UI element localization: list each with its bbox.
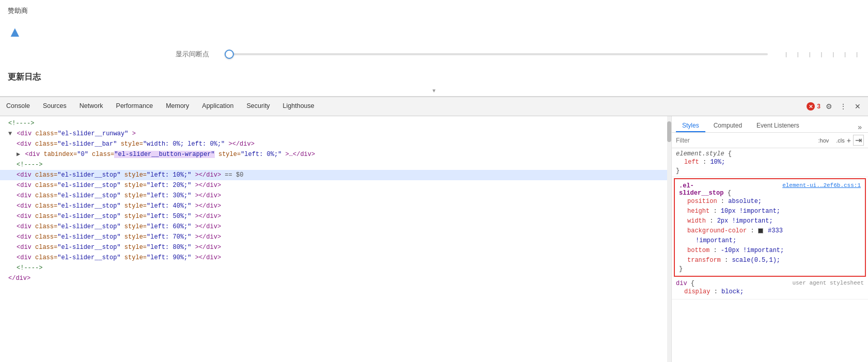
rule-close: } [676, 167, 864, 175]
error-icon: ✕ [807, 102, 815, 111]
tab-lighthouse[interactable]: Lighthouse [277, 97, 321, 116]
prop-background-color-cont: !important; [679, 236, 861, 246]
dom-line-stop-40: <div class="el-slider__stop" style="left… [0, 201, 671, 211]
prop-left: left : 10%; [676, 158, 864, 167]
styles-tabs: Styles Computed Event Listeners » [672, 116, 868, 133]
prop-transform: transform : scale(0.5,1); [679, 256, 861, 265]
dom-line-comment3: <!----> [0, 263, 671, 273]
tab-styles[interactable]: Styles [676, 120, 705, 132]
sponsor-row: ▲ [0, 20, 868, 44]
dom-line-comment1: <!----> [0, 118, 671, 129]
dom-line-stop-20: <div class="el-slider__stop" style="left… [0, 180, 671, 191]
dom-line-stop-80: <div class="el-slider__stop" style="left… [0, 242, 671, 253]
dom-line-stop-10[interactable]: <div class="el-slider__stop" style="left… [0, 170, 671, 180]
color-swatch[interactable] [758, 228, 763, 233]
rule-source-link[interactable]: element-ui.…2ef6b.css:1 [782, 182, 861, 188]
prop-background-color: background-color : #333 [679, 226, 861, 236]
tick7: | [856, 51, 858, 57]
styles-content[interactable]: element.style { left : 10%; } .el- eleme… [672, 148, 868, 362]
dom-panel[interactable]: <!----> ▼ <div class="el-slider__runway"… [0, 116, 672, 362]
element-style-rule: element.style { left : 10%; } [672, 148, 868, 177]
filter-hov-hint[interactable]: :hov [818, 137, 829, 144]
filter-input[interactable] [676, 137, 816, 144]
dropdown-arrow[interactable]: ▼ [0, 85, 868, 96]
filter-toggle-icon[interactable]: ⇥ [853, 135, 864, 146]
tab-event-listeners[interactable]: Event Listeners [750, 120, 806, 132]
collapse-arrow[interactable]: ▼ [8, 130, 12, 137]
tick2: | [797, 51, 799, 57]
element-style-selector: element.style [676, 150, 724, 158]
div-rule: div { user agent stylesheet display : bl… [672, 278, 868, 300]
slider-label: 显示间断点 [176, 50, 209, 59]
top-section: 赞助商 ▲ 显示间断点 | | | | | | | 更新日志 ▼ [0, 0, 868, 97]
tick1: | [785, 51, 787, 57]
dom-line-stop-70: <div class="el-slider__stop" style="left… [0, 232, 671, 242]
filter-plus-icon[interactable]: + [847, 136, 851, 145]
tab-sources[interactable]: Sources [37, 97, 73, 116]
styles-panel: Styles Computed Event Listeners » :hov .… [672, 116, 868, 362]
triangle-icon: ▲ [8, 24, 22, 40]
dom-line-stop-30: <div class="el-slider__stop" style="left… [0, 191, 671, 201]
rule-header-stop: .el- element-ui.…2ef6b.css:1 [679, 182, 861, 190]
tab-security[interactable]: Security [240, 97, 276, 116]
more-icon[interactable]: ⋮ [837, 100, 849, 113]
devtools-bar-right: ✕ 3 ⚙ ⋮ ✕ [807, 100, 868, 113]
rule-close-stop: } [679, 265, 861, 273]
error-count: 3 [817, 103, 820, 110]
prop-width: width : 2px !important; [679, 216, 861, 226]
prop-position: position : absolute; [679, 197, 861, 207]
expand-arrow[interactable]: ▶ [17, 151, 20, 158]
user-agent-label: user agent stylesheet [792, 280, 864, 286]
div-selector: div [676, 280, 687, 287]
dom-line-slider-runway: ▼ <div class="el-slider__runway" > [0, 129, 671, 139]
gear-icon[interactable]: ⚙ [823, 100, 835, 113]
tick6: | [844, 51, 846, 57]
dom-line-tabindex: ▶ <div tabindex="0" class="el-slider__bu… [0, 149, 671, 160]
tab-network[interactable]: Network [73, 97, 110, 116]
prop-display: display : block; [676, 287, 864, 297]
el-slider-stop-rule: .el- element-ui.…2ef6b.css:1 slider__sto… [674, 178, 866, 277]
dom-line-close-div: </div> [0, 273, 671, 284]
tab-application[interactable]: Application [196, 97, 240, 116]
dom-scrollbar[interactable] [667, 116, 671, 362]
tick5: | [832, 51, 834, 57]
devtools-bar: Console Sources Network Performance Memo… [0, 97, 868, 116]
rule-header: element.style { [676, 150, 864, 158]
styles-filter: :hov .cls + ⇥ [672, 133, 868, 148]
dom-line-stop-90: <div class="el-slider__stop" style="left… [0, 253, 671, 263]
div-rule-header: div { user agent stylesheet [676, 280, 864, 287]
update-log-section: 更新日志 [0, 64, 868, 85]
prop-height: height : 10px !important; [679, 207, 861, 216]
expand-icon[interactable]: » [856, 122, 864, 132]
tick4: | [821, 51, 823, 57]
tab-performance[interactable]: Performance [110, 97, 160, 116]
rule-selector-cont: slider__stop { [679, 190, 861, 197]
dom-line-comment2: <!----> [0, 160, 671, 170]
dom-line-stop-50: <div class="el-slider__stop" style="left… [0, 211, 671, 222]
slider-track[interactable] [225, 53, 768, 55]
main-content: <!----> ▼ <div class="el-slider__runway"… [0, 116, 868, 362]
el-slider-stop-selector: .el- [679, 182, 731, 190]
tab-console[interactable]: Console [0, 97, 37, 116]
prop-bottom: bottom : -10px !important; [679, 246, 861, 256]
dom-line-stop-60: <div class="el-slider__stop" style="left… [0, 222, 671, 232]
tab-computed[interactable]: Computed [707, 120, 748, 132]
close-icon[interactable]: ✕ [851, 100, 864, 113]
tick3: | [809, 51, 811, 57]
tab-right: » [856, 122, 864, 132]
sponsor-label: 赞助商 [0, 5, 868, 20]
dom-scrollbar-thumb[interactable] [667, 121, 671, 142]
tab-memory[interactable]: Memory [160, 97, 196, 116]
slider-thumb[interactable] [225, 50, 234, 59]
slider-section: 显示间断点 | | | | | | | [0, 44, 868, 64]
dom-line-slider-bar: <div class="el-slider__bar" style="width… [0, 139, 671, 149]
filter-cls-hint[interactable]: .cls [836, 137, 845, 144]
update-log-title: 更新日志 [8, 72, 41, 81]
